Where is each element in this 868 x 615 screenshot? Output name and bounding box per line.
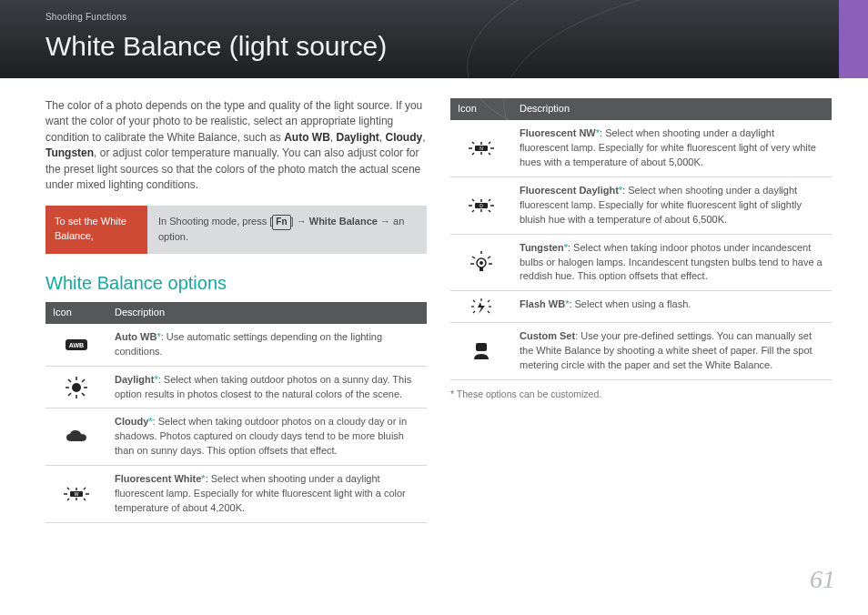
svg-text:W: W	[75, 491, 79, 497]
table-row: Custom Set: Use your pre-defined setting…	[450, 323, 832, 380]
svg-line-53	[488, 300, 490, 302]
svg-line-8	[82, 393, 85, 396]
svg-line-55	[488, 311, 490, 313]
svg-point-47	[479, 261, 483, 265]
tungsten-icon	[450, 234, 512, 291]
svg-line-25	[472, 142, 474, 144]
side-tab	[839, 0, 868, 78]
page-number: 61	[810, 561, 835, 599]
daylight-icon	[45, 366, 107, 408]
svg-rect-56	[476, 343, 487, 351]
note-label: To set the White Balance,	[45, 206, 147, 253]
svg-line-27	[472, 153, 474, 155]
options-table-left: Icon Description AWB Auto WB*: Use autom…	[45, 302, 427, 523]
fluorescent-white-icon: W	[45, 466, 107, 523]
flash-wb-icon	[450, 291, 512, 323]
cloudy-icon	[45, 408, 107, 466]
svg-line-9	[82, 379, 85, 382]
table-row: Cloudy*: Select when taking outdoor phot…	[45, 408, 427, 466]
table-row: D Fluorescent Daylight*: Select when sho…	[450, 176, 832, 234]
svg-line-38	[489, 210, 490, 212]
table-row: Flash WB*: Select when using a flash.	[450, 291, 832, 323]
svg-line-26	[489, 142, 490, 144]
table-row: AWB Auto WB*: Use automatic settings dep…	[45, 324, 427, 366]
svg-line-36	[489, 199, 490, 201]
svg-text:N: N	[479, 146, 483, 151]
svg-line-28	[489, 153, 490, 155]
fn-key-icon: Fn	[272, 215, 290, 230]
svg-line-43	[488, 257, 490, 258]
svg-line-54	[473, 311, 475, 313]
svg-text:AWB: AWB	[69, 342, 84, 348]
fluorescent-daylight-icon: D	[450, 176, 512, 234]
svg-line-16	[84, 488, 86, 489]
table-row: Tungsten*: Select when taking indoor pho…	[450, 234, 832, 291]
intro-paragraph: The color of a photo depends on the type…	[45, 98, 427, 193]
page-title: White Balance (light source)	[45, 26, 832, 66]
note-body: In Shooting mode, press [Fn] → White Bal…	[147, 206, 427, 253]
svg-line-10	[68, 393, 71, 396]
options-heading: White Balance options	[45, 270, 427, 297]
table-row: Daylight*: Select when taking outdoor ph…	[45, 366, 427, 408]
svg-line-37	[472, 210, 474, 212]
svg-rect-48	[479, 267, 483, 271]
breadcrumb: Shooting Functions	[45, 11, 832, 25]
footnote: * These options can be customized.	[450, 388, 832, 401]
svg-line-18	[84, 499, 86, 500]
header-banner: Shooting Functions White Balance (light …	[0, 0, 868, 78]
custom-set-icon	[450, 323, 512, 380]
col-icon: Icon	[45, 302, 107, 324]
auto-wb-icon: AWB	[45, 324, 107, 366]
svg-line-15	[67, 488, 69, 489]
col-desc: Description	[107, 302, 427, 324]
svg-line-52	[473, 300, 475, 302]
svg-line-7	[68, 379, 71, 382]
svg-point-2	[72, 383, 81, 392]
svg-text:D: D	[479, 203, 483, 208]
instruction-note: To set the White Balance, In Shooting mo…	[45, 206, 427, 253]
svg-line-42	[472, 257, 475, 258]
svg-line-35	[472, 199, 474, 201]
svg-line-17	[67, 499, 69, 500]
table-row: W Fluorescent White*: Select when shooti…	[45, 466, 427, 523]
fluorescent-nw-icon: N	[450, 120, 512, 176]
